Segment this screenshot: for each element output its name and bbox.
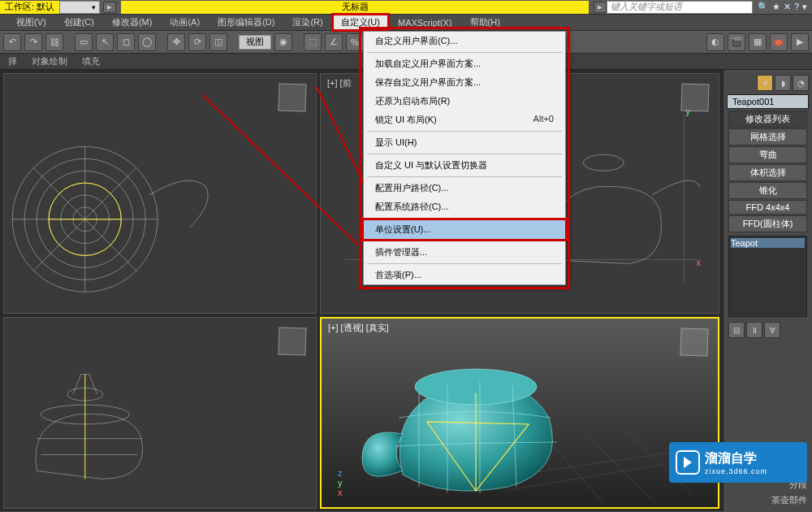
command-panel-tabs: ☀ ◗ ◔ <box>725 73 810 93</box>
viewcube-icon[interactable] <box>278 83 306 111</box>
document-title: 无标题 <box>121 1 589 14</box>
dropdown-item-label: 首选项(P)... <box>375 269 421 281</box>
stack-vol-select[interactable]: 体积选择 <box>728 164 807 181</box>
show-end-result-icon[interactable]: Ⅱ <box>746 322 762 338</box>
stack-bend[interactable]: 弯曲 <box>728 146 807 163</box>
play-icon <box>676 450 700 475</box>
dropdown-item-label: 自定义用户界面(C)... <box>375 35 457 47</box>
dropdown-item[interactable]: 配置用户路径(C)... <box>364 179 565 197</box>
hierarchy-tab-icon[interactable]: ◔ <box>793 75 809 91</box>
dropdown-item[interactable]: 自定义用户界面(C)... <box>364 32 565 50</box>
dropdown-shortcut: Alt+0 <box>533 114 554 126</box>
dropdown-item[interactable]: 保存自定义用户界面方案... <box>364 73 565 92</box>
menu-create[interactable]: 创建(C) <box>56 15 102 30</box>
menu-help[interactable]: 帮助(H) <box>462 15 508 30</box>
render-icon[interactable]: 🫖 <box>770 33 788 51</box>
make-unique-icon[interactable]: ∀ <box>764 322 780 338</box>
dropdown-item-label: 显示 UI(H) <box>375 137 417 149</box>
dropdown-item[interactable]: 锁定 UI 布局(K)Alt+0 <box>364 111 565 129</box>
exchange-icon[interactable]: ✕ <box>784 2 791 12</box>
viewcube-icon[interactable] <box>278 327 306 355</box>
menu-separator <box>367 52 562 53</box>
svg-point-14 <box>583 154 624 171</box>
render-frame-icon[interactable]: ▦ <box>749 33 767 51</box>
dropdown-item[interactable]: 配置系统路径(C)... <box>364 197 565 216</box>
dropdown-item[interactable]: 显示 UI(H) <box>364 133 565 152</box>
angle-snap-icon[interactable]: ∠ <box>325 33 343 51</box>
search-icon[interactable]: 🔍 <box>758 2 769 12</box>
undo-icon[interactable]: ↶ <box>3 33 21 51</box>
rotate-icon[interactable]: ⟳ <box>188 33 206 51</box>
stack-taper[interactable]: 锥化 <box>728 182 807 199</box>
stack-ffd-cyl[interactable]: FFD(圆柱体) <box>728 215 807 232</box>
dropdown-item-label: 单位设置(U)... <box>375 223 430 236</box>
create-tab-icon[interactable]: ☀ <box>757 75 773 91</box>
dropdown-item[interactable]: 首选项(P)... <box>364 266 565 284</box>
menu-render[interactable]: 渲染(R) <box>284 15 330 30</box>
modify-tab-icon[interactable]: ◗ <box>775 75 791 91</box>
render-setup-icon[interactable]: 🎬 <box>728 33 745 51</box>
link-icon[interactable]: ⛓ <box>45 33 63 51</box>
dropdown-item-label: 加载自定义用户界面方案... <box>375 58 481 70</box>
redo-icon[interactable]: ↷ <box>24 33 42 51</box>
help-icons-group: 🔍 ★ ✕ ? ▾ <box>753 2 812 12</box>
viewcube-icon[interactable] <box>680 83 709 111</box>
watermark-url: zixue.3d66.com <box>705 467 767 475</box>
menu-customize[interactable]: 自定义(U) <box>333 15 388 30</box>
percent-snap-icon[interactable]: % <box>346 33 364 51</box>
select-lasso-icon[interactable]: ◯ <box>138 33 156 51</box>
select-icon[interactable]: ▭ <box>75 33 93 51</box>
customize-dropdown-menu: 自定义用户界面(C)...加载自定义用户界面方案...保存自定义用户界面方案..… <box>363 31 566 285</box>
ribbon-object-paint[interactable]: 对象绘制 <box>32 55 67 67</box>
center-icon[interactable]: ◉ <box>274 33 292 51</box>
dropdown-item[interactable]: 还原为启动布局(R) <box>364 92 565 111</box>
menu-separator <box>367 241 562 241</box>
object-name-field[interactable]: Teapot001 <box>727 94 809 109</box>
menu-bar: 视图(V) 创建(C) 修改器(M) 动画(A) 图形编辑器(D) 渲染(R) … <box>0 15 812 31</box>
ribbon-populate[interactable]: 填充 <box>82 55 100 67</box>
menu-arrow-icon[interactable]: ▾ <box>802 2 807 12</box>
search-input[interactable]: 键入关键字或短语 <box>607 1 753 14</box>
modifier-stack-list[interactable]: Teapot <box>728 236 807 317</box>
dropdown-item-label: 配置系统路径(C)... <box>375 201 448 213</box>
viewport-top-left[interactable] <box>3 73 317 314</box>
menu-separator <box>367 218 562 219</box>
modifier-list-dropdown[interactable]: 修改器列表 <box>728 111 807 128</box>
viewport-bottom-left[interactable] <box>3 317 317 509</box>
stack-mesh-select[interactable]: 网格选择 <box>728 128 807 145</box>
ribbon-select[interactable]: 择 <box>8 55 17 67</box>
stack-ffd-box[interactable]: FFD 4x4x4 <box>728 200 807 215</box>
move-icon[interactable]: ✥ <box>167 33 185 51</box>
dropdown-arrow-icon[interactable]: ▸ <box>103 2 116 13</box>
material-editor-icon[interactable]: ◐ <box>706 33 724 51</box>
pin-stack-icon[interactable]: ⊟ <box>728 322 745 338</box>
workspace-label: 工作区: 默认 <box>0 1 59 14</box>
viewcube-icon[interactable] <box>680 328 708 356</box>
dropdown-item-label: 保存自定义用户界面方案... <box>375 76 481 89</box>
favorite-icon[interactable]: ★ <box>772 2 780 12</box>
dropdown-item[interactable]: 加载自定义用户界面方案... <box>364 54 565 73</box>
select-region-icon[interactable]: ◻ <box>117 33 135 51</box>
quick-render-icon[interactable]: ▶ <box>791 33 809 51</box>
menu-modifiers[interactable]: 修改器(M) <box>104 15 161 30</box>
snap-icon[interactable]: ⬚ <box>304 33 322 51</box>
dropdown-item[interactable]: 单位设置(U)... <box>364 220 565 239</box>
workspace-dropdown[interactable] <box>59 1 100 14</box>
menu-animation[interactable]: 动画(A) <box>162 15 208 30</box>
viewport-perspective[interactable]: [+] [透视] [真实] <box>320 317 719 509</box>
menu-maxscript[interactable]: MAXScript(X) <box>390 16 460 29</box>
dropdown-item[interactable]: 插件管理器... <box>364 243 565 262</box>
menu-graph-editors[interactable]: 图形编辑器(D) <box>209 15 283 30</box>
watermark-title: 溜溜自学 <box>705 450 767 467</box>
ref-coord-dropdown[interactable]: 视图 <box>239 35 271 50</box>
scale-icon[interactable]: ◫ <box>209 33 227 51</box>
dropdown-item-label: 锁定 UI 布局(K) <box>375 114 437 126</box>
cursor-icon[interactable]: ↖ <box>96 33 114 51</box>
help-icon[interactable]: ? <box>794 2 799 12</box>
menu-separator <box>367 263 562 264</box>
menu-view[interactable]: 视图(V) <box>8 15 54 30</box>
title-dropdown-icon[interactable]: ▸ <box>594 2 607 13</box>
param-parts-label: 茶壶部件 <box>727 492 809 508</box>
stack-item-teapot[interactable]: Teapot <box>731 238 805 248</box>
dropdown-item[interactable]: 自定义 UI 与默认设置切换器 <box>364 156 565 175</box>
